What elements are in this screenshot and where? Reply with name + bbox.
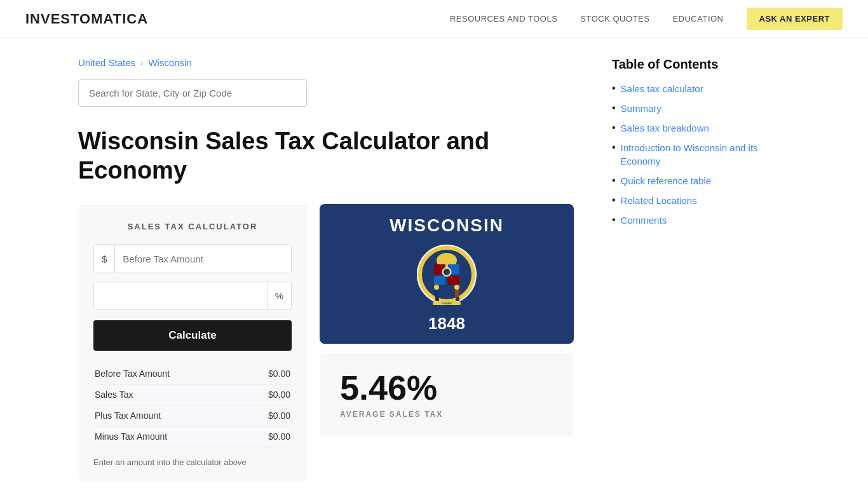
toc-link-comments[interactable]: Comments: [621, 214, 667, 227]
logo[interactable]: INVESTOMATICA: [25, 11, 148, 27]
average-rate: 5.46%: [340, 370, 553, 405]
svg-point-10: [434, 285, 439, 290]
toc-link-summary[interactable]: Summary: [621, 102, 661, 115]
breadcrumb-wisconsin[interactable]: Wisconsin: [148, 57, 191, 68]
nav-resources[interactable]: RESOURCES AND TOOLS: [450, 14, 557, 24]
toc-item: Introduction to Wisconsin and its Econom…: [612, 141, 790, 168]
results-table: Before Tax Amount $0.00 Sales Tax $0.00 …: [93, 363, 292, 447]
header: INVESTOMATICA RESOURCES AND TOOLS STOCK …: [0, 0, 868, 38]
toc-link-quick-ref[interactable]: Quick reference table: [621, 174, 712, 187]
main-nav: RESOURCES AND TOOLS STOCK QUOTES EDUCATI…: [450, 8, 843, 30]
calculate-button[interactable]: Calculate: [93, 320, 292, 351]
toc-title: Table of Contents: [612, 57, 790, 72]
table-row: Sales Tax $0.00: [93, 384, 292, 405]
svg-rect-17: [455, 290, 459, 297]
table-row: Plus Tax Amount $0.00: [93, 405, 292, 426]
calc-flag-row: SALES TAX CALCULATOR $ 5.46 % Calculate …: [78, 204, 574, 482]
svg-rect-14: [435, 297, 437, 301]
toc-item: Summary: [612, 102, 790, 115]
search-input[interactable]: [78, 79, 307, 107]
toc-link-breakdown[interactable]: Sales tax breakdown: [621, 121, 709, 135]
toc-item: Sales tax breakdown: [612, 121, 790, 135]
toc-item: Sales tax calculator: [612, 82, 790, 95]
tax-rate-input[interactable]: 5.46: [94, 281, 267, 309]
calculator-card: SALES TAX CALCULATOR $ 5.46 % Calculate …: [78, 204, 307, 482]
content-area: United States › Wisconsin Wisconsin Sale…: [78, 38, 612, 482]
right-cards: WISCONSIN: [320, 204, 574, 437]
svg-point-16: [454, 285, 459, 290]
average-rate-label: AVERAGE SALES TAX: [340, 410, 553, 419]
stats-card: 5.46% AVERAGE SALES TAX: [320, 353, 574, 437]
svg-rect-13: [438, 291, 440, 292]
svg-rect-18: [454, 291, 457, 292]
svg-rect-7: [448, 276, 459, 285]
rate-input-row: 5.46 %: [93, 281, 292, 310]
svg-rect-11: [435, 290, 438, 297]
toc-link-intro[interactable]: Introduction to Wisconsin and its Econom…: [621, 141, 790, 168]
table-row: Minus Tax Amount $0.00: [93, 426, 292, 447]
svg-rect-15: [437, 297, 439, 301]
nav-stock-quotes[interactable]: STOCK QUOTES: [580, 14, 649, 24]
amount-input-row: $: [93, 244, 292, 273]
toc-item: Quick reference table: [612, 174, 790, 187]
state-name: WISCONSIN: [390, 215, 504, 236]
sidebar: Table of Contents Sales tax calculator S…: [612, 38, 790, 482]
result-note: Enter an amount into the calculator abov…: [93, 456, 292, 469]
svg-rect-19: [458, 291, 461, 292]
breadcrumb-united-states[interactable]: United States: [78, 57, 135, 68]
percent-suffix: %: [267, 281, 291, 309]
breadcrumb-separator: ›: [140, 58, 143, 67]
svg-point-9: [444, 269, 450, 275]
breadcrumb: United States › Wisconsin: [78, 57, 574, 68]
svg-rect-20: [456, 297, 458, 301]
toc-link-calculator[interactable]: Sales tax calculator: [621, 82, 703, 95]
toc-item: Related Locations: [612, 194, 790, 207]
page-title: Wisconsin Sales Tax Calculator and Econo…: [78, 127, 574, 185]
svg-text:FORWARD: FORWARD: [442, 302, 452, 305]
flag-card: WISCONSIN: [320, 204, 574, 344]
svg-rect-12: [434, 291, 437, 292]
nav-education[interactable]: EDUCATION: [672, 14, 723, 24]
toc-link-related[interactable]: Related Locations: [621, 194, 697, 207]
dollar-prefix: $: [94, 245, 115, 273]
table-row: Before Tax Amount $0.00: [93, 363, 292, 384]
svg-rect-21: [458, 297, 459, 301]
flag-year: 1848: [428, 314, 465, 334]
before-tax-amount-input[interactable]: [115, 245, 291, 273]
toc-item: Comments: [612, 214, 790, 227]
calc-title: SALES TAX CALCULATOR: [93, 222, 292, 231]
svg-rect-3: [438, 261, 456, 263]
svg-rect-6: [434, 276, 445, 285]
main-container: United States › Wisconsin Wisconsin Sale…: [53, 38, 815, 482]
toc-list: Sales tax calculator Summary Sales tax b…: [612, 82, 790, 227]
ask-expert-button[interactable]: ASK AN EXPERT: [747, 8, 843, 30]
state-seal: FORWARD: [415, 243, 478, 306]
